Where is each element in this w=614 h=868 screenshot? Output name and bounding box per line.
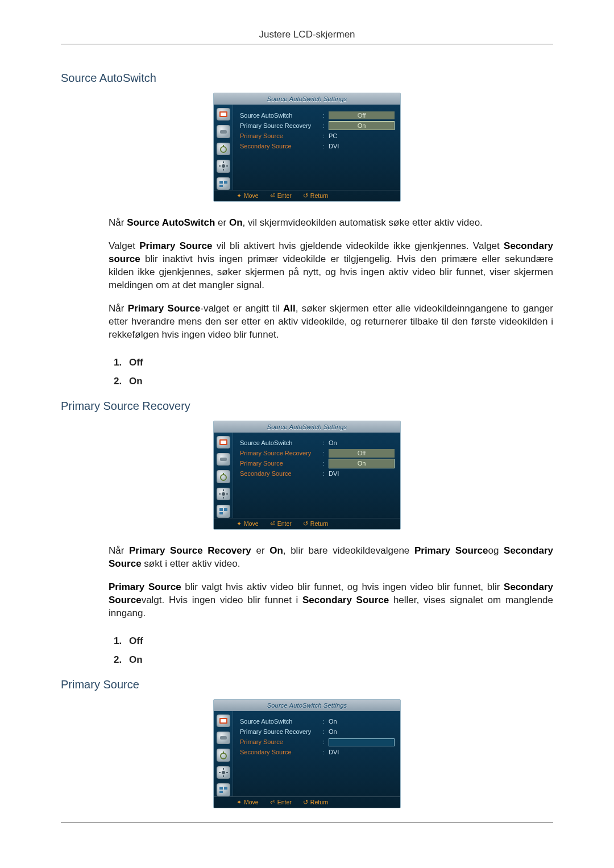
picture-icon[interactable] [217, 715, 230, 727]
option-list-2: Off On [125, 635, 553, 667]
enter-icon: ⏎ [270, 520, 275, 527]
heading-primary-source-recovery: Primary Source Recovery [61, 398, 553, 414]
move-icon: ✦ [237, 799, 242, 805]
osd-row-label: Primary Source [240, 459, 323, 468]
timer-icon[interactable] [217, 749, 230, 761]
svg-rect-14 [221, 441, 226, 444]
svg-rect-17 [223, 473, 224, 475]
foot-return: Return [310, 520, 329, 527]
foot-return: Return [310, 192, 329, 199]
osd-row-label: Secondary Source [240, 470, 323, 478]
return-icon: ↺ [303, 520, 308, 527]
foot-move: Move [244, 799, 259, 805]
osd-value: DVI [329, 748, 395, 757]
svg-rect-36 [219, 787, 223, 790]
svg-point-16 [221, 475, 226, 480]
move-icon: ✦ [237, 192, 242, 199]
foot-move: Move [244, 520, 259, 527]
osd-value-selected[interactable]: On [329, 459, 395, 468]
foot-enter: Enter [277, 799, 292, 805]
osd-footer: ✦Move ⏎Enter ↺Return [214, 190, 400, 201]
foot-move: Move [244, 192, 259, 199]
osd-sidebar [214, 711, 233, 796]
osd-title: Source AutoSwitch Settings [214, 700, 400, 711]
svg-rect-11 [224, 181, 227, 184]
heading-source-autoswitch: Source AutoSwitch [61, 70, 553, 86]
heading-primary-source: Primary Source [61, 677, 553, 692]
svg-rect-15 [220, 458, 227, 461]
svg-point-18 [222, 492, 225, 496]
osd-row-label: Primary Source Recovery [240, 449, 323, 458]
svg-point-31 [222, 771, 225, 774]
settings-icon[interactable] [217, 488, 230, 500]
foot-enter: Enter [277, 520, 292, 527]
option-on: On [129, 654, 143, 665]
multi-icon[interactable] [217, 177, 230, 190]
osd-sidebar [214, 105, 233, 190]
input-icon[interactable] [217, 125, 230, 138]
osd-row-label: Primary Source [240, 738, 323, 746]
svg-rect-24 [224, 508, 227, 511]
timer-icon[interactable] [217, 470, 230, 483]
settings-icon[interactable] [217, 160, 230, 172]
svg-point-3 [221, 147, 226, 152]
osd-value: On [329, 728, 395, 736]
svg-rect-1 [221, 113, 226, 116]
svg-rect-12 [219, 185, 223, 187]
osd-row-label: Primary Source [240, 132, 323, 140]
osd-value-input[interactable] [329, 738, 395, 746]
foot-enter: Enter [277, 192, 292, 199]
option-off: Off [129, 636, 143, 646]
osd-row-label: Source AutoSwitch [240, 439, 323, 447]
osd-row-label: Secondary Source [240, 748, 323, 757]
timer-icon[interactable] [217, 143, 230, 155]
osd-source-autoswitch: Source AutoSwitch Settings Source AutoSw… [213, 93, 401, 202]
osd-value: DVI [329, 470, 395, 478]
move-icon: ✦ [237, 520, 242, 527]
svg-rect-27 [221, 719, 226, 722]
osd-row-label: Secondary Source [240, 142, 323, 151]
picture-icon[interactable] [217, 436, 230, 448]
osd-value: DVI [329, 142, 395, 151]
osd-row-label: Primary Source Recovery [240, 122, 323, 130]
svg-rect-23 [219, 508, 223, 511]
foot-return: Return [310, 799, 329, 805]
settings-icon[interactable] [217, 766, 230, 779]
osd-value: PC [329, 132, 395, 140]
osd-title: Source AutoSwitch Settings [214, 93, 400, 105]
input-icon[interactable] [217, 453, 230, 466]
osd-sidebar [214, 433, 233, 518]
body-text-1: Når Source AutoSwitch er On, vil skjermv… [109, 217, 553, 342]
osd-row-label: Source AutoSwitch [240, 717, 323, 726]
osd-primary-source-recovery: Source AutoSwitch Settings Source AutoSw… [213, 421, 401, 530]
osd-value: On [329, 439, 395, 447]
osd-row-label: Source AutoSwitch [240, 111, 323, 120]
osd-value[interactable]: Off [329, 111, 395, 120]
return-icon: ↺ [303, 799, 308, 805]
svg-rect-10 [219, 181, 223, 184]
input-icon[interactable] [217, 732, 230, 744]
svg-rect-2 [220, 130, 227, 134]
svg-point-29 [221, 753, 226, 759]
osd-value: On [329, 717, 395, 726]
multi-icon[interactable] [217, 783, 230, 796]
option-list-1: Off On [125, 356, 553, 388]
osd-footer: ✦Move ⏎Enter ↺Return [214, 796, 400, 808]
option-off: Off [129, 357, 143, 368]
osd-footer: ✦Move ⏎Enter ↺Return [214, 518, 400, 529]
svg-rect-38 [219, 791, 223, 793]
osd-value[interactable]: Off [329, 449, 395, 458]
page-header: Justere LCD-skjermen [61, 28, 553, 44]
option-on: On [129, 376, 143, 387]
multi-icon[interactable] [217, 505, 230, 517]
osd-primary-source: Source AutoSwitch Settings Source AutoSw… [213, 699, 401, 808]
svg-point-5 [222, 164, 225, 168]
osd-title: Source AutoSwitch Settings [214, 421, 400, 433]
footer-rule [61, 822, 553, 823]
osd-row-label: Primary Source Recovery [240, 728, 323, 736]
osd-value-selected[interactable]: On [329, 121, 395, 131]
enter-icon: ⏎ [270, 799, 275, 805]
svg-rect-4 [223, 145, 224, 147]
return-icon: ↺ [303, 192, 308, 199]
picture-icon[interactable] [217, 108, 230, 121]
